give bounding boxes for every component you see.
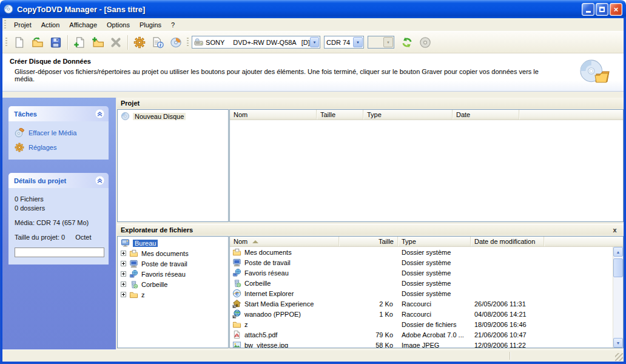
- menu-plugins[interactable]: Plugins: [135, 19, 166, 30]
- recycle-bin-icon: [129, 280, 138, 289]
- project-details-header[interactable]: Détails du projet: [8, 173, 109, 188]
- tree-item-z[interactable]: z: [118, 289, 228, 300]
- expand-plus-icon[interactable]: [121, 292, 126, 297]
- expand-plus-icon[interactable]: [121, 251, 126, 256]
- collapse-chevron-icon[interactable]: [95, 175, 105, 186]
- tree-item-corbeille[interactable]: Corbeille: [118, 279, 228, 289]
- refresh-icon: [401, 36, 413, 49]
- task-label: Effacer le Média: [29, 129, 76, 136]
- save-project-button[interactable]: [47, 33, 65, 52]
- column-header-type[interactable]: Type: [363, 110, 453, 120]
- file-type: Dossier de fichiers: [398, 321, 471, 328]
- project-details-panel: Détails du projet 0 Fichiers 0 dossiers …: [8, 173, 109, 265]
- column-header-empty: [519, 110, 623, 120]
- menu-action[interactable]: Action: [36, 19, 65, 30]
- file-row-start-media-experience[interactable]: Start Media Experience 2 Ko Raccourci 26…: [230, 298, 623, 309]
- scroll-up-button[interactable]: ▲: [613, 247, 623, 257]
- speed-select[interactable]: ▼: [368, 36, 394, 49]
- menu-projet[interactable]: Projet: [9, 19, 36, 30]
- minimize-button[interactable]: [582, 3, 594, 16]
- globe-shortcut-icon: [232, 309, 241, 318]
- project-tree-item-nouveau-disque[interactable]: Nouveau Disque: [118, 111, 228, 121]
- remove-item-button[interactable]: [107, 33, 125, 52]
- menu-options[interactable]: Options: [102, 19, 135, 30]
- file-row-z[interactable]: z Dossier de fichiers 18/09/2006 16:46: [230, 319, 623, 329]
- column-header-type[interactable]: Type: [398, 237, 471, 246]
- recycle-bin-icon: [232, 278, 241, 288]
- info-banner: Créer Disque de Données Glisser-déposer …: [2, 53, 624, 92]
- file-row-mes-documents[interactable]: Mes documents Dossier système: [230, 247, 623, 257]
- column-header-date[interactable]: Date: [453, 110, 519, 120]
- maximize-button[interactable]: [596, 3, 608, 16]
- add-files-button[interactable]: [70, 33, 89, 52]
- file-row-corbeille[interactable]: Corbeille Dossier système: [230, 278, 623, 288]
- file-size: 79 Ko: [339, 331, 398, 339]
- file-date: 12/09/2006 11:22: [471, 342, 544, 349]
- file-type: Dossier système: [398, 249, 471, 256]
- tree-item-mes-documents[interactable]: Mes documents: [118, 248, 228, 258]
- erase-media-link[interactable]: Effacer le Média: [15, 128, 104, 138]
- refresh-button[interactable]: [398, 33, 416, 52]
- column-header-taille[interactable]: Taille: [317, 110, 363, 120]
- file-date: 04/08/2006 14:21: [471, 311, 544, 318]
- add-folder-button[interactable]: [89, 33, 107, 52]
- file-row-internet-explorer[interactable]: eInternet Explorer Dossier système: [230, 288, 623, 298]
- new-project-button[interactable]: [10, 33, 29, 52]
- column-header-date[interactable]: Date de modification: [471, 237, 544, 246]
- title-bar[interactable]: CopyToDVD Manager - [Sans titre] ×: [0, 0, 626, 18]
- drive-select[interactable]: SONY DVD+-RW DW-Q58A [D] ▼: [192, 36, 320, 49]
- resize-grip[interactable]: [615, 353, 623, 361]
- gear-icon: [15, 143, 24, 152]
- expand-plus-icon[interactable]: [121, 261, 126, 266]
- menu-help[interactable]: ?: [166, 19, 180, 30]
- settings-button[interactable]: [130, 33, 149, 52]
- file-row-bw-vitesse-jpg[interactable]: bw_vitesse.jpg 58 Ko Image JPEG 12/09/20…: [230, 340, 623, 348]
- pdf-icon: [232, 330, 241, 339]
- file-name: Poste de travail: [244, 259, 291, 266]
- scroll-down-button[interactable]: ▼: [613, 338, 623, 348]
- settings-link[interactable]: Réglages: [15, 143, 104, 152]
- file-row-wanadoo[interactable]: wanadoo (PPPOE) 1 Ko Raccourci 04/08/200…: [230, 309, 623, 319]
- expand-plus-icon[interactable]: [121, 281, 126, 287]
- file-name: Favoris réseau: [244, 269, 289, 277]
- menu-grip[interactable]: [4, 20, 6, 29]
- toolbar-grip[interactable]: [5, 38, 7, 47]
- tree-item-favoris-reseau[interactable]: Favoris réseau: [118, 269, 228, 279]
- properties-button[interactable]: i: [149, 33, 167, 52]
- collapse-chevron-icon[interactable]: [95, 109, 105, 119]
- svg-text:e: e: [235, 290, 239, 297]
- tree-item-poste-de-travail[interactable]: Poste de travail: [118, 258, 228, 269]
- expand-plus-icon[interactable]: [121, 271, 126, 277]
- column-header-nom[interactable]: Nom: [230, 110, 317, 120]
- media-select[interactable]: CDR 74 ▼: [324, 36, 364, 49]
- close-button[interactable]: ×: [610, 3, 622, 16]
- explorer-file-list: Nom Taille Type Date de modification Mes…: [229, 236, 624, 348]
- home-shortcut-icon: [232, 299, 241, 308]
- tasks-panel-header[interactable]: Tâches: [8, 106, 109, 121]
- file-row-attach5-pdf[interactable]: attach5.pdf 79 Ko Adobe Acrobat 7.0 ... …: [230, 329, 623, 340]
- statusbar-separator: [510, 352, 511, 360]
- scrollbar-thumb[interactable]: [613, 258, 623, 277]
- toolbar-grip[interactable]: [187, 38, 189, 47]
- vertical-scrollbar[interactable]: ▲ ▼: [613, 247, 623, 348]
- burn-setup-button[interactable]: [167, 33, 185, 52]
- file-date: 26/05/2006 11:31: [471, 300, 544, 308]
- tree-item-label: Nouveau Disque: [133, 113, 186, 120]
- file-row-favoris-reseau[interactable]: Favoris réseau Dossier système: [230, 268, 623, 278]
- disc-burn-icon: [170, 36, 182, 49]
- open-project-button[interactable]: [29, 33, 47, 52]
- file-row-poste-de-travail[interactable]: Poste de travail Dossier système: [230, 257, 623, 268]
- file-size: 1 Ko: [339, 311, 398, 318]
- media-value: CDR 74: [326, 39, 350, 46]
- tree-item-bureau[interactable]: Bureau: [118, 238, 228, 248]
- computer-icon: [129, 259, 138, 268]
- desktop-icon: [121, 238, 130, 248]
- close-explorer-button[interactable]: x: [610, 225, 620, 234]
- menu-affichage[interactable]: Affichage: [64, 19, 102, 30]
- column-header-nom[interactable]: Nom: [230, 237, 339, 246]
- column-header-taille[interactable]: Taille: [339, 237, 398, 246]
- maximize-icon: [599, 7, 605, 12]
- files-count: 0 Fichiers: [15, 195, 104, 204]
- tree-item-label: z: [141, 291, 145, 298]
- record-button[interactable]: [416, 33, 434, 52]
